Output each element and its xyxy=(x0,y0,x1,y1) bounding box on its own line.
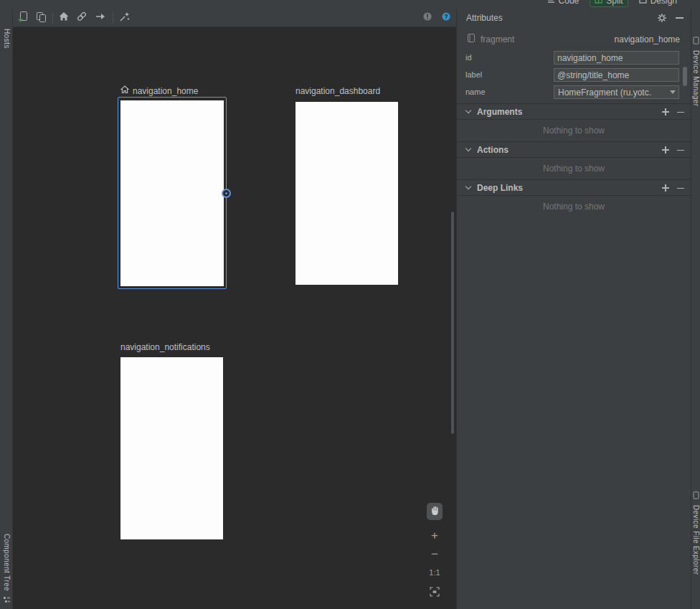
tab-design-label: Design xyxy=(651,0,677,6)
field-row-label: label xyxy=(457,68,691,82)
nested-graph-button[interactable] xyxy=(34,11,48,25)
fragment-notifications-preview[interactable] xyxy=(120,357,223,539)
gear-icon xyxy=(657,13,667,23)
fragment-dashboard-preview[interactable] xyxy=(295,102,398,285)
toolbar-separator xyxy=(113,12,113,24)
component-tree-icon xyxy=(3,594,11,607)
left-tool-window-stripe: Hosts Component Tree xyxy=(0,9,13,609)
add-deep-link-button[interactable] xyxy=(662,184,669,192)
component-id: navigation_home xyxy=(615,34,680,44)
device-file-explorer-icon xyxy=(693,489,699,502)
sidebar-item-device-file-explorer[interactable]: Device File Explorer xyxy=(691,489,700,575)
zoom-out-button[interactable]: − xyxy=(427,547,443,562)
section-header-actions[interactable]: Actions xyxy=(457,141,691,158)
fragment-label: navigation_notifications xyxy=(120,342,210,352)
tab-split-label: Split xyxy=(606,0,623,6)
new-destination-button[interactable] xyxy=(16,11,30,25)
right-tool-window-stripe: Device Manager Device File Explorer xyxy=(691,9,700,609)
zoom-to-fit-button[interactable] xyxy=(430,587,440,597)
hide-panel-button[interactable] xyxy=(676,17,684,19)
deep-link-button[interactable] xyxy=(75,11,89,25)
error-panel-button[interactable] xyxy=(420,11,435,25)
name-field-label: name xyxy=(465,85,486,99)
svg-text:?: ? xyxy=(444,13,448,20)
chevron-down-icon xyxy=(465,146,471,151)
id-field-label: id xyxy=(465,51,472,65)
auto-arrange-button[interactable] xyxy=(118,11,132,25)
split-icon xyxy=(595,0,602,6)
sidebar-item-hosts[interactable]: Hosts xyxy=(0,29,13,49)
field-row-id: id xyxy=(457,51,691,65)
action-button[interactable] xyxy=(93,11,108,25)
home-icon xyxy=(58,11,70,25)
zoom-in-button[interactable]: + xyxy=(427,529,443,543)
add-action-button[interactable] xyxy=(662,146,669,154)
action-connection-handle[interactable] xyxy=(222,189,231,198)
new-destination-icon xyxy=(17,11,29,25)
action-arrow-icon xyxy=(95,11,106,25)
fragment-notifications-label-row[interactable]: navigation_notifications xyxy=(120,341,210,352)
tab-design[interactable]: Design xyxy=(635,0,681,6)
fragment-dashboard-label-row[interactable]: navigation_dashboard xyxy=(295,85,380,96)
help-button[interactable]: ? xyxy=(439,11,453,25)
fragment-home-preview[interactable] xyxy=(120,100,224,286)
zoom-to-fit-icon xyxy=(430,587,440,599)
tab-code[interactable]: Code xyxy=(543,0,584,6)
component-type: fragment xyxy=(481,34,514,44)
toolbar-separator xyxy=(52,12,53,24)
panel-options-button[interactable] xyxy=(657,13,667,26)
editor-tab-strip: Code Split Design xyxy=(0,0,700,9)
fragment-icon xyxy=(467,33,476,46)
design-icon xyxy=(639,0,647,6)
nav-graph-canvas[interactable]: navigation_home navigation_dashboard nav… xyxy=(13,27,456,609)
device-manager-icon xyxy=(693,34,699,47)
remove-deep-link-button[interactable] xyxy=(677,188,684,189)
hosts-label: Hosts xyxy=(3,29,11,49)
navigation-editor-window: Code Split Design Hosts Component Tree xyxy=(0,0,700,609)
section-title: Arguments xyxy=(477,107,522,117)
start-destination-home-icon xyxy=(120,85,129,96)
label-field[interactable] xyxy=(554,68,679,82)
panel-title: Attributes xyxy=(466,9,503,28)
component-tree-label: Component Tree xyxy=(3,534,11,591)
device-file-explorer-label: Device File Explorer xyxy=(692,505,700,575)
label-field-label: label xyxy=(465,68,482,82)
actions-empty-text: Nothing to show xyxy=(457,158,691,179)
fragment-label: navigation_home xyxy=(133,86,198,96)
auto-arrange-icon xyxy=(119,11,131,25)
hand-icon xyxy=(430,505,440,519)
device-manager-label: Device Manager xyxy=(692,50,700,106)
fragment-home-label-row[interactable]: navigation_home xyxy=(120,85,198,96)
error-indicator-icon xyxy=(422,11,433,25)
attributes-panel: Attributes fragment navigation_home id l… xyxy=(456,9,691,609)
sidebar-item-component-tree[interactable]: Component Tree xyxy=(0,534,13,607)
selected-component-row: fragment navigation_home xyxy=(457,32,691,47)
pan-button[interactable] xyxy=(427,503,443,520)
section-header-arguments[interactable]: Arguments xyxy=(457,103,691,120)
zoom-ratio-indicator[interactable]: 1:1 xyxy=(427,568,443,577)
deep-link-icon xyxy=(76,11,88,25)
tab-split[interactable]: Split xyxy=(590,0,627,6)
help-icon: ? xyxy=(440,11,452,25)
nav-editor-toolbar: ? xyxy=(13,9,456,27)
deep-links-empty-text: Nothing to show xyxy=(457,196,691,217)
arguments-empty-text: Nothing to show xyxy=(457,120,691,141)
editor-mode-tabs: Code Split Design xyxy=(543,0,681,8)
remove-argument-button[interactable] xyxy=(677,112,684,113)
field-row-name: name HomeFragment (ru.yotc. xyxy=(457,85,691,99)
sidebar-item-device-manager[interactable]: Device Manager xyxy=(691,34,700,106)
canvas-vertical-scrollbar[interactable] xyxy=(451,212,454,434)
tab-code-label: Code xyxy=(559,0,580,6)
assign-start-button[interactable] xyxy=(57,11,71,25)
section-header-deep-links[interactable]: Deep Links xyxy=(457,179,691,196)
panel-scrollbar-thumb[interactable] xyxy=(683,67,687,86)
attribute-sections: Arguments Nothing to show Actions Nothin… xyxy=(457,103,691,217)
remove-action-button[interactable] xyxy=(677,150,684,151)
add-argument-button[interactable] xyxy=(662,108,669,115)
section-title: Deep Links xyxy=(477,183,523,193)
fragment-label: navigation_dashboard xyxy=(295,86,380,96)
name-dropdown[interactable]: HomeFragment (ru.yotc. xyxy=(554,85,679,99)
id-field[interactable] xyxy=(554,51,679,65)
nested-graph-icon xyxy=(35,11,47,25)
chevron-down-icon xyxy=(670,90,676,94)
